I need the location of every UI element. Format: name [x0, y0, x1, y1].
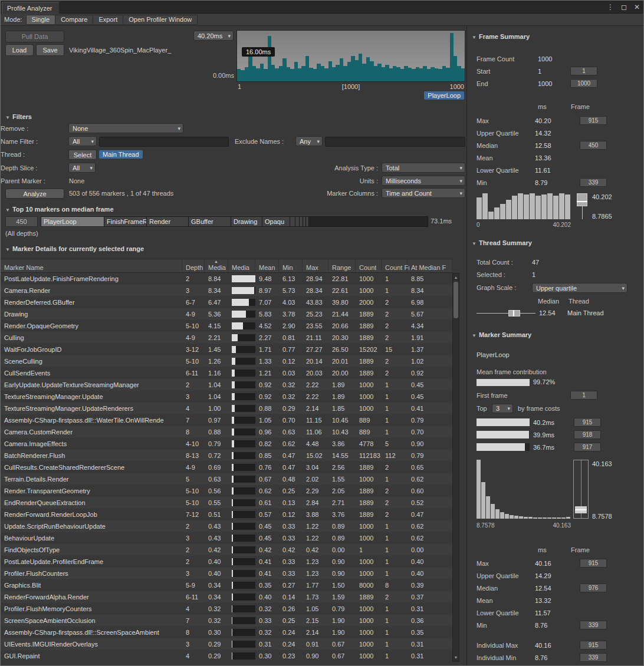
thread-graph-scale-dropdown[interactable]: Upper quartile▾ — [532, 283, 627, 293]
table-row[interactable]: EndRenderQueueExtraction5-100.550.610.13… — [1, 497, 452, 509]
column-header-9[interactable]: Count Fra — [382, 259, 408, 273]
table-row[interactable]: TextureStreamingManager.Update31.040.920… — [1, 391, 452, 403]
scrollbar-thumb[interactable] — [454, 282, 458, 318]
column-header-4[interactable]: Mean — [255, 259, 279, 273]
column-header-5[interactable]: Min — [279, 259, 303, 273]
thread-name[interactable]: Main Thread — [567, 309, 604, 316]
frame-link[interactable]: 915 — [580, 559, 607, 568]
frame-link[interactable]: 1000 — [570, 79, 597, 88]
table-row[interactable]: SceneCulling5-101.261.330.1220.1420.0118… — [1, 355, 452, 367]
table-row[interactable]: WaitForJobGroupID3-121.451.710.7727.2726… — [1, 344, 452, 355]
top10-segment-finishframer[interactable]: FinishFrameR — [104, 217, 147, 226]
frame-link[interactable]: 339 — [580, 621, 607, 629]
selection-marker-chip[interactable]: PlayerLoop — [424, 91, 464, 100]
depth-slice-dropdown[interactable]: All▾ — [68, 163, 96, 173]
table-row[interactable]: Render.TransparentGeometry5-100.560.620.… — [1, 485, 452, 497]
column-header-2[interactable]: ▲Media — [205, 259, 228, 273]
table-row[interactable]: CullSendEvents6-111.161.210.0320.0320.00… — [1, 367, 452, 379]
table-row[interactable]: Profiler.FlushCounters30.400.410.331.230… — [1, 568, 452, 579]
save-button[interactable]: Save — [36, 44, 64, 56]
table-row[interactable]: RenderDeferred.GBuffer6-76.477.074.0343.… — [1, 296, 452, 308]
table-row[interactable]: Profiler.FlushMemoryCounters40.320.320.2… — [1, 603, 452, 615]
table-row[interactable]: Camera.CustomRender80.880.960.6311.0610.… — [1, 426, 452, 438]
frame-link[interactable]: 1 — [570, 67, 597, 75]
graph-scale-dropdown[interactable]: 40.20ms▾ — [193, 31, 234, 41]
column-header-0[interactable]: Marker Name — [1, 259, 182, 273]
remove-dropdown[interactable]: None▾ — [68, 123, 183, 133]
scroll-up-icon[interactable]: ▲ — [453, 273, 459, 281]
mode-single-button[interactable]: Single — [26, 15, 56, 25]
mode-export-button[interactable]: Export — [93, 15, 123, 25]
frame-link[interactable]: 976 — [580, 583, 607, 592]
table-row[interactable]: PostLateUpdate.FinishFrameRendering28.84… — [1, 273, 452, 285]
top10-segment-playerloop[interactable]: PlayerLoop — [41, 217, 104, 226]
table-row[interactable]: Camera.Render38.348.975.7328.3422.611000… — [1, 285, 452, 296]
thread-summary-title[interactable]: ▼Thread Summary — [472, 239, 532, 246]
table-row[interactable]: Terrain.Details.Render50.630.670.482.021… — [1, 473, 452, 485]
top10-bar[interactable]: PlayerLoopFinishFrameRRenderGBufferDrawi… — [41, 216, 428, 227]
column-header-6[interactable]: Max — [303, 259, 328, 273]
top10-segment[interactable] — [290, 217, 295, 226]
exclude-mode-dropdown[interactable]: Any▾ — [295, 136, 323, 146]
table-row[interactable]: UIEvents.IMGUIRenderOverlays30.290.310.2… — [1, 638, 452, 650]
table-row[interactable]: TextureStreamingManager.UpdateRenderers4… — [1, 403, 452, 414]
exclude-names-input[interactable] — [325, 137, 465, 147]
frame-link[interactable]: 918 — [574, 430, 601, 439]
mode-open-profiler-window-button[interactable]: Open Profiler Window — [123, 15, 198, 25]
table-row[interactable]: Camera.ImageEffects4-100.790.820.624.483… — [1, 438, 452, 450]
load-button[interactable]: Load — [5, 44, 34, 56]
table-row[interactable]: FindObjectsOfType20.420.420.420.420.0011… — [1, 544, 452, 556]
table-row[interactable]: BatchRenderer.Flush8-130.720.850.4715.02… — [1, 450, 452, 461]
frame-link[interactable]: 450 — [580, 141, 607, 150]
table-row[interactable]: Assembly-CSharp-firstpass.dll!::ScreenSp… — [1, 627, 452, 638]
table-row[interactable]: PostLateUpdate.ProfilerEndFrame20.400.41… — [1, 556, 452, 568]
frame-link[interactable]: 915 — [580, 116, 607, 125]
table-row[interactable]: Graphics.Blit5-90.340.350.271.771.508000… — [1, 579, 452, 591]
top10-segment-render[interactable]: Render — [147, 217, 189, 226]
table-row[interactable]: Assembly-CSharp-firstpass.dll!::WaterTil… — [1, 414, 452, 426]
column-header-7[interactable]: Range — [328, 259, 356, 273]
table-row[interactable]: Drawing4-95.365.833.7825.2321.44188925.6… — [1, 308, 452, 320]
table-row[interactable]: Render.OpaqueGeometry5-104.154.522.9023.… — [1, 320, 452, 332]
column-header-10[interactable]: At Median F — [408, 259, 452, 273]
table-row[interactable]: ScreenSpaceAmbientOcclusion70.320.330.25… — [1, 615, 452, 627]
top10-section-title[interactable]: ▼Top 10 markers on median frame — [5, 206, 114, 213]
table-row[interactable]: BehaviourUpdate30.430.450.331.220.891000… — [1, 532, 452, 544]
frame-link[interactable]: 339 — [580, 653, 607, 662]
median-frame-box[interactable]: 450 — [5, 216, 38, 227]
kebab-menu-icon[interactable]: ⋮ — [607, 3, 614, 11]
window-tab[interactable]: Profile Analyzer — [2, 2, 59, 14]
marker-details-title[interactable]: ▼Marker Details for currently selected r… — [5, 245, 144, 252]
frame-summary-title[interactable]: ▼Frame Summary — [472, 33, 530, 40]
thread-select-button[interactable]: Select — [68, 150, 97, 160]
analysis-type-dropdown[interactable]: Total▾ — [382, 163, 465, 173]
column-header-8[interactable]: Count — [356, 259, 382, 273]
pull-data-button[interactable]: Pull Data — [5, 31, 64, 42]
frame-time-graph[interactable]: 16.00ms — [236, 30, 465, 82]
column-header-1[interactable]: Depth — [182, 259, 205, 273]
mode-compare-button[interactable]: Compare — [55, 15, 93, 25]
table-row[interactable]: Update.ScriptRunBehaviourUpdate20.430.45… — [1, 520, 452, 532]
top10-segment-opaqu[interactable]: Opaqu — [262, 217, 290, 226]
frame-link[interactable]: 1 — [570, 391, 597, 400]
scroll-down-icon[interactable]: ▼ — [453, 654, 459, 661]
name-filter-mode-dropdown[interactable]: All▾ — [68, 136, 97, 146]
marker-columns-dropdown[interactable]: Time and Count▾ — [382, 188, 465, 198]
table-scrollbar[interactable]: ▲ ▼ — [452, 273, 459, 662]
frame-link[interactable]: 915 — [580, 641, 607, 649]
table-row[interactable]: Culling4-92.212.270.8121.1120.30188921.9… — [1, 332, 452, 344]
filters-section-title[interactable]: ▼Filters — [5, 113, 32, 120]
top10-segment-drawing[interactable]: Drawing — [231, 217, 262, 226]
table-row[interactable]: CullResults.CreateSharedRendererScene4-9… — [1, 461, 452, 473]
analyze-button[interactable]: Analyze — [5, 189, 64, 199]
column-header-3[interactable]: Media — [228, 259, 255, 273]
top-n-dropdown[interactable]: 3▾ — [492, 404, 513, 413]
frame-link[interactable]: 917 — [574, 443, 601, 451]
table-row[interactable]: EarlyUpdate.UpdateTextureStreamingManage… — [1, 379, 452, 391]
marker-summary-title[interactable]: ▼Marker Summary — [472, 331, 531, 338]
table-row[interactable]: RenderForwardAlpha.Render6-110.340.400.1… — [1, 591, 452, 603]
frame-link[interactable]: 339 — [580, 178, 607, 187]
units-dropdown[interactable]: Milliseconds▾ — [382, 176, 465, 186]
table-row[interactable]: RenderForward.RenderLoopJob7-120.510.570… — [1, 509, 452, 520]
frame-link[interactable]: 915 — [574, 418, 601, 427]
